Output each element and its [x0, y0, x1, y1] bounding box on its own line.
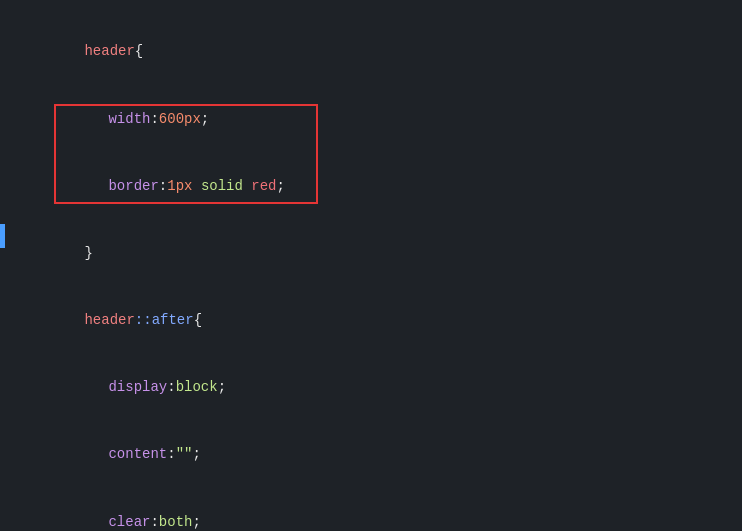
code-token: ; [192, 514, 200, 530]
code-token: 1px [167, 178, 192, 194]
code-line: header{ [0, 18, 742, 85]
code-token: content [108, 446, 167, 462]
code-editor: header{ width:600px; border:1px solid re… [0, 10, 742, 531]
code-line: display:block; [0, 354, 742, 421]
code-token: header [84, 43, 134, 59]
code-token [192, 178, 200, 194]
code-token: : [150, 514, 158, 530]
code-token: { [194, 312, 202, 328]
code-token: : [167, 446, 175, 462]
code-line: clear:both; [0, 488, 742, 531]
code-line: header::after{ [0, 287, 742, 354]
code-line: content:""; [0, 421, 742, 488]
code-token: : [167, 379, 175, 395]
code-token: : [150, 111, 158, 127]
code-token: 600px [159, 111, 201, 127]
code-token: ; [201, 111, 209, 127]
code-token: : [159, 178, 167, 194]
code-line: border:1px solid red; [0, 152, 742, 219]
code-token: both [159, 514, 193, 530]
code-token: width [108, 111, 150, 127]
code-token: "" [176, 446, 193, 462]
code-token: header [84, 312, 134, 328]
code-token: ; [192, 446, 200, 462]
code-token: ; [277, 178, 285, 194]
code-token: red [251, 178, 276, 194]
code-token: solid [201, 178, 243, 194]
code-token: { [135, 43, 143, 59]
code-token: display [108, 379, 167, 395]
code-line: width:600px; [0, 85, 742, 152]
code-line: } [0, 220, 742, 287]
code-token: } [84, 245, 92, 261]
code-token: ; [218, 379, 226, 395]
code-token: block [176, 379, 218, 395]
code-token: clear [108, 514, 150, 530]
code-token: ::after [135, 312, 194, 328]
code-token: border [108, 178, 158, 194]
